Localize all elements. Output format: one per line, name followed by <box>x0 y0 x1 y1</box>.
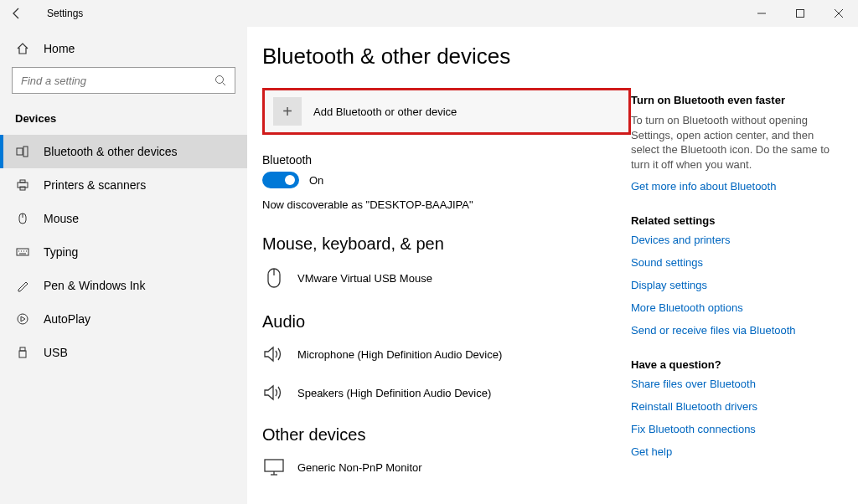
svg-point-17 <box>18 314 28 324</box>
minimize-icon <box>757 9 766 18</box>
sidebar-item-label: Pen & Windows Ink <box>44 279 145 292</box>
related-link[interactable]: Devices and printers <box>631 234 840 246</box>
bluetooth-toggle[interactable] <box>262 172 299 188</box>
section-mouse-heading: Mouse, keyboard, & pen <box>262 234 631 254</box>
search-icon <box>214 75 226 86</box>
bluetooth-label: Bluetooth <box>262 153 631 167</box>
add-device-label: Add Bluetooth or other device <box>313 105 457 118</box>
sidebar-item-usb[interactable]: USB <box>0 336 247 369</box>
mouse-icon <box>15 212 30 225</box>
related-link[interactable]: More Bluetooth options <box>631 301 840 314</box>
sidebar-item-pen[interactable]: Pen & Windows Ink <box>0 269 247 302</box>
pen-icon <box>15 279 30 292</box>
home-icon <box>15 42 30 55</box>
svg-rect-18 <box>20 347 25 351</box>
related-link[interactable]: Send or receive files via Bluetooth <box>631 324 840 337</box>
device-row[interactable]: Generic Non-PnP Monitor <box>262 453 631 491</box>
question-link[interactable]: Reinstall Bluetooth drivers <box>631 400 840 413</box>
close-button[interactable] <box>819 0 858 27</box>
related-link[interactable]: Display settings <box>631 279 840 291</box>
device-label: Generic Non-PnP Monitor <box>297 461 422 474</box>
speaker-icon <box>262 345 286 363</box>
svg-rect-4 <box>17 148 23 155</box>
sidebar-item-label: Bluetooth & other devices <box>44 145 178 158</box>
maximize-icon <box>796 9 804 18</box>
sidebar-item-printers[interactable]: Printers & scanners <box>0 168 247 202</box>
device-row[interactable]: Microphone (High Definition Audio Device… <box>262 340 631 378</box>
maximize-button[interactable] <box>781 0 819 27</box>
question-link[interactable]: Fix Bluetooth connections <box>631 423 840 435</box>
tip-title: Turn on Bluetooth even faster <box>631 94 840 106</box>
sidebar: Home Devices Bluetooth & other devices <box>0 27 247 504</box>
section-other-heading: Other devices <box>262 425 631 445</box>
page-title: Bluetooth & other devices <box>262 44 631 69</box>
related-link[interactable]: Sound settings <box>631 256 840 269</box>
sidebar-item-autoplay[interactable]: AutoPlay <box>0 302 247 336</box>
device-label: Speakers (High Definition Audio Device) <box>297 387 491 399</box>
add-device-button[interactable]: + Add Bluetooth or other device <box>262 88 631 135</box>
mouse-icon <box>262 267 286 289</box>
titlebar: Settings <box>0 0 858 27</box>
search-box[interactable] <box>12 67 235 94</box>
plus-icon: + <box>273 97 302 126</box>
speaker-icon <box>262 383 286 402</box>
svg-rect-7 <box>20 180 25 183</box>
device-label: VMware Virtual USB Mouse <box>297 272 432 285</box>
sidebar-category: Devices <box>0 102 247 135</box>
related-title: Related settings <box>631 214 840 227</box>
autoplay-icon <box>15 312 30 326</box>
device-row[interactable]: Speakers (High Definition Audio Device) <box>262 378 631 417</box>
question-link[interactable]: Get help <box>631 445 840 458</box>
toggle-knob <box>285 175 295 185</box>
sidebar-home[interactable]: Home <box>0 35 247 62</box>
svg-rect-11 <box>17 249 28 255</box>
right-panel: Turn on Bluetooth even faster To turn on… <box>631 44 849 504</box>
tip-body: To turn on Bluetooth without opening Set… <box>631 113 840 172</box>
svg-rect-22 <box>265 460 283 471</box>
sidebar-item-label: USB <box>44 346 68 359</box>
question-title: Have a question? <box>631 358 840 371</box>
sidebar-item-label: AutoPlay <box>44 312 90 326</box>
svg-point-2 <box>216 76 224 84</box>
window-title: Settings <box>34 8 83 19</box>
tip-link[interactable]: Get more info about Bluetooth <box>631 180 840 193</box>
bluetooth-state: On <box>309 174 323 187</box>
svg-rect-1 <box>797 10 804 18</box>
close-icon <box>835 9 843 18</box>
sidebar-item-label: Mouse <box>44 212 79 225</box>
sidebar-item-label: Typing <box>44 245 78 259</box>
back-button[interactable] <box>0 0 34 27</box>
svg-rect-5 <box>23 147 28 157</box>
question-link[interactable]: Share files over Bluetooth <box>631 378 840 390</box>
sidebar-item-label: Printers & scanners <box>44 178 146 192</box>
device-row[interactable]: VMware Virtual USB Mouse <box>262 262 631 304</box>
minimize-button[interactable] <box>742 0 781 27</box>
bluetooth-devices-icon <box>15 145 30 158</box>
search-input[interactable] <box>21 75 214 87</box>
home-label: Home <box>44 42 75 55</box>
section-audio-heading: Audio <box>262 312 631 332</box>
sidebar-item-typing[interactable]: Typing <box>0 235 247 269</box>
sidebar-item-mouse[interactable]: Mouse <box>0 202 247 235</box>
svg-line-3 <box>223 83 226 86</box>
main-panel: Bluetooth & other devices + Add Bluetoot… <box>247 27 858 504</box>
monitor-icon <box>262 458 286 476</box>
arrow-left-icon <box>10 7 23 20</box>
sidebar-item-bluetooth[interactable]: Bluetooth & other devices <box>0 135 247 168</box>
usb-icon <box>15 346 30 359</box>
svg-rect-19 <box>19 351 26 357</box>
printer-icon <box>15 178 30 192</box>
keyboard-icon <box>15 245 30 259</box>
discoverable-text: Now discoverable as "DESKTOP-BAAJIPA" <box>262 198 631 211</box>
device-label: Microphone (High Definition Audio Device… <box>297 348 502 361</box>
